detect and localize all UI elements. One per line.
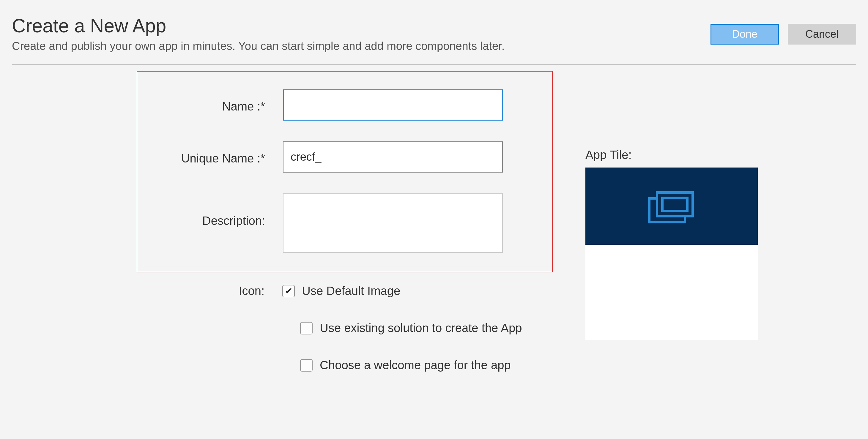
unique-name-input[interactable]: [283, 142, 503, 173]
choose-welcome-page-label: Choose a welcome page for the app: [320, 358, 511, 372]
unique-name-label: Unique Name :*: [155, 149, 283, 165]
app-tile-label: App Tile:: [585, 148, 758, 162]
description-label: Description:: [155, 193, 283, 227]
page-subtitle: Create and publish your own app in minut…: [12, 40, 711, 53]
app-tile-icon: [646, 188, 697, 224]
name-input[interactable]: [283, 89, 503, 121]
choose-welcome-page-checkbox[interactable]: [300, 359, 313, 372]
divider: [12, 64, 856, 65]
done-button[interactable]: Done: [711, 24, 779, 44]
use-default-image-label: Use Default Image: [302, 284, 400, 297]
icon-label: Icon:: [155, 284, 282, 297]
use-existing-solution-checkbox[interactable]: [300, 322, 313, 335]
use-default-image-checkbox[interactable]: [282, 285, 295, 297]
use-existing-solution-label: Use existing solution to create the App: [320, 321, 522, 335]
name-label: Name :*: [155, 97, 283, 113]
page-title: Create a New App: [12, 15, 711, 37]
cancel-button[interactable]: Cancel: [788, 24, 856, 44]
app-tile-preview: [585, 167, 758, 340]
required-fields-highlight: Name :* Unique Name :* Description:: [137, 71, 553, 272]
description-input[interactable]: [283, 193, 503, 253]
